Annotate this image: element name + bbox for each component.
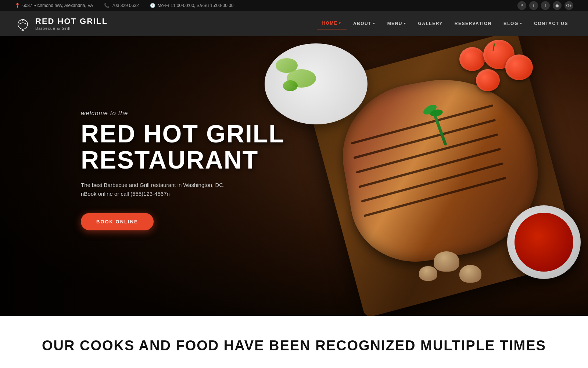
location-icon: 📍 [15,3,20,8]
mushroom-3 [419,266,437,281]
book-online-button[interactable]: BOOK ONLINE [81,213,154,230]
chevron-down-icon: ▾ [373,22,376,25]
nav-gallery[interactable]: GALLERY [413,18,448,29]
nav-reservation[interactable]: RESERVATION [449,18,497,29]
social-pinterest[interactable]: P [517,1,526,10]
mushroom-1 [434,251,459,272]
phone-item: 📞 703 329 0632 [104,3,139,8]
bottom-section: OUR COOKS AND FOOD HAVE BEEN RECOGNIZED … [0,316,588,368]
sauce-bowl-inner [514,213,573,272]
tomato-3 [505,54,533,80]
hero-description: The best Barbecue and Grill restaurant i… [81,181,243,198]
logo-icon [15,15,31,32]
main-nav: HOME ▾ ABOUT ▾ MENU ▾ GALLERY RESERVATIO… [317,18,573,29]
hero-title: RED HOT GRILL RESTAURANT [81,121,338,173]
nav-menu[interactable]: MENU ▾ [382,18,412,29]
chevron-down-icon: ▾ [520,22,523,25]
sauce-bowl [507,205,581,279]
social-google-plus[interactable]: G+ [564,1,573,10]
hero-section: welcome to the RED HOT GRILL RESTAURANT … [0,36,588,316]
header: RED HOT GRILL Barbecue & Grill HOME ▾ AB… [0,11,588,36]
social-rss[interactable]: ◉ [553,1,562,10]
address-text: 6087 Richmond hwy, Alexandria, VA [22,3,93,8]
chevron-down-icon: ▾ [404,22,406,25]
hero-welcome-text: welcome to the [81,110,338,117]
chevron-down-icon: ▾ [339,21,341,25]
tomato-4 [476,69,500,91]
address-item: 📍 6087 Richmond hwy, Alexandria, VA [15,3,93,8]
top-bar: 📍 6087 Richmond hwy, Alexandria, VA 📞 70… [0,0,588,11]
social-twitter[interactable]: t [529,1,538,10]
nav-about[interactable]: ABOUT ▾ [348,18,381,29]
mushroom-2 [459,265,481,283]
social-facebook[interactable]: f [541,1,550,10]
logo-area[interactable]: RED HOT GRILL Barbecue & Grill [15,15,108,32]
hero-content: welcome to the RED HOT GRILL RESTAURANT … [81,110,338,230]
hours-item: 🕐 Mo-Fr 11:00-00:00, Sa-Su 15:00-00:00 [150,3,234,8]
social-links: P t f ◉ G+ [517,1,573,10]
header-divider [0,36,588,36]
logo-name: RED HOT GRILL [35,17,108,26]
phone-icon: 📞 [104,3,110,8]
clock-icon: 🕐 [150,3,155,8]
logo-subtitle: Barbecue & Grill [35,26,108,31]
nav-contact[interactable]: CONTACT US [529,18,573,29]
nav-home[interactable]: HOME ▾ [317,18,347,29]
tomato-1 [459,47,485,71]
bottom-title: OUR COOKS AND FOOD HAVE BEEN RECOGNIZED … [15,338,573,354]
hours-text: Mo-Fr 11:00-00:00, Sa-Su 15:00-00:00 [158,3,234,8]
logo-text: RED HOT GRILL Barbecue & Grill [35,17,108,31]
nav-blog[interactable]: BLOG ▾ [498,18,527,29]
phone-text: 703 329 0632 [112,3,139,8]
top-bar-left: 📍 6087 Richmond hwy, Alexandria, VA 📞 70… [15,3,234,8]
